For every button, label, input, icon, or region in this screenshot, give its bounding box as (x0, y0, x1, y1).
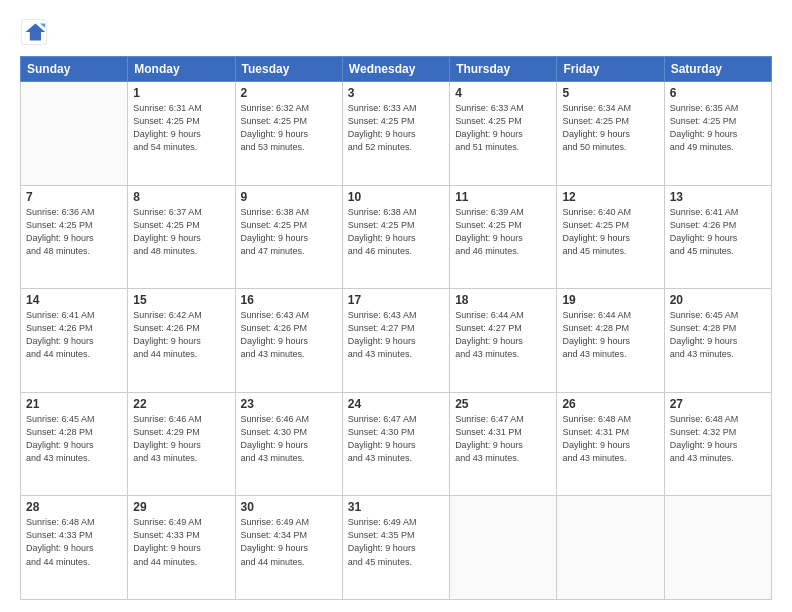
calendar-cell: 29Sunrise: 6:49 AM Sunset: 4:33 PM Dayli… (128, 496, 235, 600)
weekday-header-friday: Friday (557, 57, 664, 82)
day-number: 13 (670, 190, 766, 204)
day-number: 31 (348, 500, 444, 514)
day-info: Sunrise: 6:46 AM Sunset: 4:30 PM Dayligh… (241, 413, 337, 465)
calendar-cell: 1Sunrise: 6:31 AM Sunset: 4:25 PM Daylig… (128, 82, 235, 186)
weekday-header-saturday: Saturday (664, 57, 771, 82)
day-number: 14 (26, 293, 122, 307)
calendar-table: SundayMondayTuesdayWednesdayThursdayFrid… (20, 56, 772, 600)
day-info: Sunrise: 6:44 AM Sunset: 4:28 PM Dayligh… (562, 309, 658, 361)
day-info: Sunrise: 6:49 AM Sunset: 4:35 PM Dayligh… (348, 516, 444, 568)
day-number: 10 (348, 190, 444, 204)
day-info: Sunrise: 6:34 AM Sunset: 4:25 PM Dayligh… (562, 102, 658, 154)
day-number: 9 (241, 190, 337, 204)
day-info: Sunrise: 6:49 AM Sunset: 4:33 PM Dayligh… (133, 516, 229, 568)
day-info: Sunrise: 6:36 AM Sunset: 4:25 PM Dayligh… (26, 206, 122, 258)
day-number: 1 (133, 86, 229, 100)
day-info: Sunrise: 6:38 AM Sunset: 4:25 PM Dayligh… (348, 206, 444, 258)
calendar-cell: 28Sunrise: 6:48 AM Sunset: 4:33 PM Dayli… (21, 496, 128, 600)
calendar-cell: 30Sunrise: 6:49 AM Sunset: 4:34 PM Dayli… (235, 496, 342, 600)
day-number: 19 (562, 293, 658, 307)
header (20, 18, 772, 46)
day-info: Sunrise: 6:43 AM Sunset: 4:27 PM Dayligh… (348, 309, 444, 361)
day-number: 23 (241, 397, 337, 411)
calendar-cell: 26Sunrise: 6:48 AM Sunset: 4:31 PM Dayli… (557, 392, 664, 496)
day-info: Sunrise: 6:35 AM Sunset: 4:25 PM Dayligh… (670, 102, 766, 154)
day-info: Sunrise: 6:47 AM Sunset: 4:31 PM Dayligh… (455, 413, 551, 465)
day-number: 3 (348, 86, 444, 100)
calendar-cell: 11Sunrise: 6:39 AM Sunset: 4:25 PM Dayli… (450, 185, 557, 289)
day-info: Sunrise: 6:48 AM Sunset: 4:31 PM Dayligh… (562, 413, 658, 465)
calendar-cell: 3Sunrise: 6:33 AM Sunset: 4:25 PM Daylig… (342, 82, 449, 186)
day-info: Sunrise: 6:38 AM Sunset: 4:25 PM Dayligh… (241, 206, 337, 258)
day-info: Sunrise: 6:40 AM Sunset: 4:25 PM Dayligh… (562, 206, 658, 258)
calendar-cell: 2Sunrise: 6:32 AM Sunset: 4:25 PM Daylig… (235, 82, 342, 186)
calendar-cell: 24Sunrise: 6:47 AM Sunset: 4:30 PM Dayli… (342, 392, 449, 496)
day-number: 21 (26, 397, 122, 411)
day-info: Sunrise: 6:43 AM Sunset: 4:26 PM Dayligh… (241, 309, 337, 361)
calendar-week-row: 7Sunrise: 6:36 AM Sunset: 4:25 PM Daylig… (21, 185, 772, 289)
calendar-cell: 7Sunrise: 6:36 AM Sunset: 4:25 PM Daylig… (21, 185, 128, 289)
calendar-cell (664, 496, 771, 600)
calendar-cell: 5Sunrise: 6:34 AM Sunset: 4:25 PM Daylig… (557, 82, 664, 186)
day-info: Sunrise: 6:33 AM Sunset: 4:25 PM Dayligh… (455, 102, 551, 154)
day-info: Sunrise: 6:48 AM Sunset: 4:32 PM Dayligh… (670, 413, 766, 465)
calendar-cell: 9Sunrise: 6:38 AM Sunset: 4:25 PM Daylig… (235, 185, 342, 289)
day-info: Sunrise: 6:37 AM Sunset: 4:25 PM Dayligh… (133, 206, 229, 258)
day-info: Sunrise: 6:47 AM Sunset: 4:30 PM Dayligh… (348, 413, 444, 465)
calendar-cell: 18Sunrise: 6:44 AM Sunset: 4:27 PM Dayli… (450, 289, 557, 393)
weekday-header-sunday: Sunday (21, 57, 128, 82)
logo (20, 18, 52, 46)
calendar-cell: 19Sunrise: 6:44 AM Sunset: 4:28 PM Dayli… (557, 289, 664, 393)
calendar-week-row: 28Sunrise: 6:48 AM Sunset: 4:33 PM Dayli… (21, 496, 772, 600)
day-number: 24 (348, 397, 444, 411)
day-info: Sunrise: 6:33 AM Sunset: 4:25 PM Dayligh… (348, 102, 444, 154)
calendar-cell (557, 496, 664, 600)
calendar-cell: 20Sunrise: 6:45 AM Sunset: 4:28 PM Dayli… (664, 289, 771, 393)
calendar-cell: 25Sunrise: 6:47 AM Sunset: 4:31 PM Dayli… (450, 392, 557, 496)
calendar-cell (450, 496, 557, 600)
day-info: Sunrise: 6:32 AM Sunset: 4:25 PM Dayligh… (241, 102, 337, 154)
day-number: 15 (133, 293, 229, 307)
weekday-header-tuesday: Tuesday (235, 57, 342, 82)
calendar-cell: 13Sunrise: 6:41 AM Sunset: 4:26 PM Dayli… (664, 185, 771, 289)
day-number: 30 (241, 500, 337, 514)
day-number: 12 (562, 190, 658, 204)
logo-icon (20, 18, 48, 46)
day-number: 29 (133, 500, 229, 514)
day-number: 17 (348, 293, 444, 307)
day-number: 4 (455, 86, 551, 100)
calendar-cell: 12Sunrise: 6:40 AM Sunset: 4:25 PM Dayli… (557, 185, 664, 289)
day-number: 25 (455, 397, 551, 411)
calendar-cell: 10Sunrise: 6:38 AM Sunset: 4:25 PM Dayli… (342, 185, 449, 289)
day-info: Sunrise: 6:49 AM Sunset: 4:34 PM Dayligh… (241, 516, 337, 568)
day-info: Sunrise: 6:41 AM Sunset: 4:26 PM Dayligh… (26, 309, 122, 361)
day-number: 5 (562, 86, 658, 100)
page: SundayMondayTuesdayWednesdayThursdayFrid… (0, 0, 792, 612)
day-number: 20 (670, 293, 766, 307)
calendar-cell: 16Sunrise: 6:43 AM Sunset: 4:26 PM Dayli… (235, 289, 342, 393)
calendar-cell: 31Sunrise: 6:49 AM Sunset: 4:35 PM Dayli… (342, 496, 449, 600)
day-number: 11 (455, 190, 551, 204)
calendar-cell: 17Sunrise: 6:43 AM Sunset: 4:27 PM Dayli… (342, 289, 449, 393)
day-number: 2 (241, 86, 337, 100)
weekday-header-monday: Monday (128, 57, 235, 82)
weekday-header-row: SundayMondayTuesdayWednesdayThursdayFrid… (21, 57, 772, 82)
calendar-cell (21, 82, 128, 186)
day-info: Sunrise: 6:41 AM Sunset: 4:26 PM Dayligh… (670, 206, 766, 258)
calendar-cell: 4Sunrise: 6:33 AM Sunset: 4:25 PM Daylig… (450, 82, 557, 186)
day-number: 7 (26, 190, 122, 204)
calendar-week-row: 1Sunrise: 6:31 AM Sunset: 4:25 PM Daylig… (21, 82, 772, 186)
day-number: 22 (133, 397, 229, 411)
calendar-cell: 27Sunrise: 6:48 AM Sunset: 4:32 PM Dayli… (664, 392, 771, 496)
weekday-header-thursday: Thursday (450, 57, 557, 82)
calendar-cell: 23Sunrise: 6:46 AM Sunset: 4:30 PM Dayli… (235, 392, 342, 496)
calendar-cell: 8Sunrise: 6:37 AM Sunset: 4:25 PM Daylig… (128, 185, 235, 289)
day-info: Sunrise: 6:48 AM Sunset: 4:33 PM Dayligh… (26, 516, 122, 568)
day-number: 16 (241, 293, 337, 307)
calendar-cell: 22Sunrise: 6:46 AM Sunset: 4:29 PM Dayli… (128, 392, 235, 496)
day-info: Sunrise: 6:45 AM Sunset: 4:28 PM Dayligh… (26, 413, 122, 465)
calendar-cell: 6Sunrise: 6:35 AM Sunset: 4:25 PM Daylig… (664, 82, 771, 186)
calendar-cell: 15Sunrise: 6:42 AM Sunset: 4:26 PM Dayli… (128, 289, 235, 393)
day-number: 8 (133, 190, 229, 204)
day-number: 27 (670, 397, 766, 411)
